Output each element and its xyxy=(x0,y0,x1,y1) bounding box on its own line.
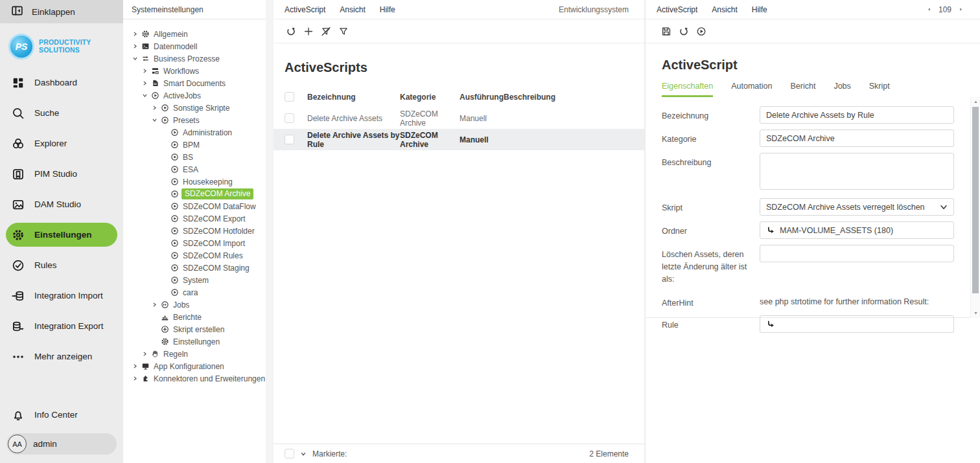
tree-item-sdzecom-hotfolder[interactable]: SDZeCOM Hotfolder xyxy=(123,225,266,237)
loeschen-input[interactable] xyxy=(760,245,954,262)
tree-expander[interactable] xyxy=(132,30,141,38)
column-header-bezeichnung[interactable]: Bezeichnung xyxy=(307,93,400,102)
tree-item-allgemein[interactable]: Allgemein xyxy=(123,28,266,40)
sidebar-item-explorer[interactable]: Explorer xyxy=(0,128,123,159)
tree-expander[interactable] xyxy=(132,363,141,370)
tree-item-workflows[interactable]: Workflows xyxy=(123,65,266,77)
chevron-right-icon[interactable] xyxy=(132,43,139,50)
sidebar-item-integration-import[interactable]: Integration Import xyxy=(0,280,123,311)
kategorie-input[interactable] xyxy=(760,130,954,147)
chevron-down-icon[interactable] xyxy=(151,117,158,124)
scroll-down-button[interactable] xyxy=(971,309,980,317)
tree-item-sdzecom-rules[interactable]: SDZeCOM Rules xyxy=(123,249,266,262)
tree-item-einstellungen[interactable]: Einstellungen xyxy=(123,335,266,348)
tree-item-bs[interactable]: BS xyxy=(123,151,266,163)
table-row-delete-archive-assets[interactable]: Delete Archive AssetsSDZeCOM ArchiveManu… xyxy=(274,107,644,129)
column-header-kategorie[interactable]: Kategorie xyxy=(400,93,460,102)
tab-jobs[interactable]: Jobs xyxy=(834,82,850,97)
tree-expander[interactable] xyxy=(132,43,141,50)
tree-item-system[interactable]: System xyxy=(123,274,266,286)
scroll-up-button[interactable] xyxy=(971,98,980,106)
tree-item-sdzecom-import[interactable]: SDZeCOM Import xyxy=(123,237,266,249)
rule-field[interactable] xyxy=(760,315,954,333)
row-checkbox[interactable] xyxy=(285,135,294,144)
bezeichnung-input[interactable] xyxy=(760,106,954,124)
tree-item-cara[interactable]: cara xyxy=(123,286,266,299)
sidebar-item-pim-studio[interactable]: PIM Studio xyxy=(0,159,123,189)
filter-button[interactable] xyxy=(338,26,349,36)
tree-expander[interactable] xyxy=(151,104,161,111)
prev-record-button[interactable] xyxy=(926,6,933,13)
menu-hilfe[interactable]: Hilfe xyxy=(380,5,395,14)
tree-expander[interactable] xyxy=(141,92,151,99)
select-all-checkbox[interactable] xyxy=(285,449,294,458)
ordner-field[interactable]: MAM-VOLUME_ASSETS (180) xyxy=(760,221,954,239)
tree-expander[interactable] xyxy=(151,301,161,308)
tab-eigenschaften[interactable]: Eigenschaften xyxy=(662,82,713,97)
sidebar-item-rules[interactable]: Rules xyxy=(0,250,123,280)
tree-item-sdzecom-staging[interactable]: SDZeCOM Staging xyxy=(123,262,266,274)
tree-expander[interactable] xyxy=(151,117,161,124)
refresh-button[interactable] xyxy=(286,26,296,36)
tab-bericht[interactable]: Bericht xyxy=(790,82,815,97)
tree-item-jobs[interactable]: Jobs xyxy=(123,299,266,311)
tree-item-regeln[interactable]: Regeln xyxy=(123,348,266,360)
tree-item-sdzecom-dataflow[interactable]: SDZeCOM DataFlow xyxy=(123,200,266,212)
chevron-down-icon[interactable] xyxy=(141,92,148,99)
chevron-right-icon[interactable] xyxy=(132,30,139,38)
play-circle-button[interactable] xyxy=(696,26,706,36)
skript-select[interactable]: SDZeCOM Archive Assets verregelt löschen xyxy=(760,198,954,216)
tree-item-bpm[interactable]: BPM xyxy=(123,139,266,151)
tree-expander[interactable] xyxy=(141,67,151,74)
tree-item-activejobs[interactable]: ActiveJobs xyxy=(123,89,266,102)
tree-item-business-prozesse[interactable]: Business Prozesse xyxy=(123,52,266,65)
chevron-right-icon[interactable] xyxy=(132,363,139,370)
tree-item-esa[interactable]: ESA xyxy=(123,163,266,175)
tree-item-app-konfigurationen[interactable]: App Konfigurationen xyxy=(123,360,266,372)
tree-item-housekeeping[interactable]: Housekeeping xyxy=(123,175,266,188)
tree-item-skript-erstellen[interactable]: Skript erstellen xyxy=(123,323,266,335)
column-header-beschreibung[interactable]: Beschreibung xyxy=(504,93,644,102)
tree-expander[interactable] xyxy=(141,80,151,87)
sidebar-item-integration-export[interactable]: Integration Export xyxy=(0,311,123,341)
chevron-right-icon[interactable] xyxy=(141,350,148,357)
tree-item-sdzecom-export[interactable]: SDZeCOM Export xyxy=(123,212,266,225)
tree-item-presets[interactable]: Presets xyxy=(123,114,266,126)
tree-expander[interactable] xyxy=(132,375,141,382)
sidebar-item-info-center[interactable]: Info Center xyxy=(0,400,123,430)
tree-expander[interactable] xyxy=(141,350,151,357)
sidebar-item-suche[interactable]: Suche xyxy=(0,98,123,128)
chevron-right-icon[interactable] xyxy=(141,67,148,74)
chevron-right-icon[interactable] xyxy=(141,80,148,87)
tree-item-konnektoren-und-erweiterungen[interactable]: Konnektoren und Erweiterungen xyxy=(123,372,266,385)
menu-activescript[interactable]: ActiveScript xyxy=(657,5,697,14)
panel-divider[interactable] xyxy=(266,0,274,463)
tree-item-sonstige-skripte[interactable]: Sonstige Skripte xyxy=(123,102,266,114)
filter-clear-button[interactable] xyxy=(321,26,331,36)
select-all-checkbox[interactable] xyxy=(285,92,294,102)
form-scrollbar[interactable] xyxy=(970,97,980,318)
plus-button[interactable] xyxy=(303,26,314,36)
sidebar-item-mehr-anzeigen[interactable]: Mehr anzeigen xyxy=(0,341,123,372)
menu-ansicht[interactable]: Ansicht xyxy=(712,5,737,14)
chevron-right-icon[interactable] xyxy=(151,301,158,308)
user-menu[interactable]: AA admin xyxy=(6,433,117,455)
tree-item-smart-documents[interactable]: Smart Documents xyxy=(123,77,266,89)
chevron-right-icon[interactable] xyxy=(151,104,158,111)
tab-skript[interactable]: Skript xyxy=(869,82,890,97)
tab-automation[interactable]: Automation xyxy=(731,82,772,97)
scrollbar-thumb[interactable] xyxy=(972,107,979,293)
tree-expander[interactable] xyxy=(132,55,141,62)
marked-dropdown-button[interactable] xyxy=(299,450,307,458)
next-record-button[interactable] xyxy=(957,6,964,13)
sidebar-collapse-button[interactable]: Einklappen xyxy=(0,0,123,23)
save-button[interactable] xyxy=(661,26,671,36)
tree-item-sdzecom-archive[interactable]: SDZeCOM Archive xyxy=(123,188,266,200)
column-header-ausführung[interactable]: Ausführung xyxy=(460,93,504,102)
chevron-down-icon[interactable] xyxy=(132,55,139,62)
beschreibung-textarea[interactable] xyxy=(760,153,954,190)
sidebar-item-dashboard[interactable]: Dashboard xyxy=(0,67,123,98)
sidebar-item-dam-studio[interactable]: DAM Studio xyxy=(0,189,123,220)
tree-item-datenmodell[interactable]: Datenmodell xyxy=(123,40,266,52)
menu-activescript[interactable]: ActiveScript xyxy=(285,5,325,14)
